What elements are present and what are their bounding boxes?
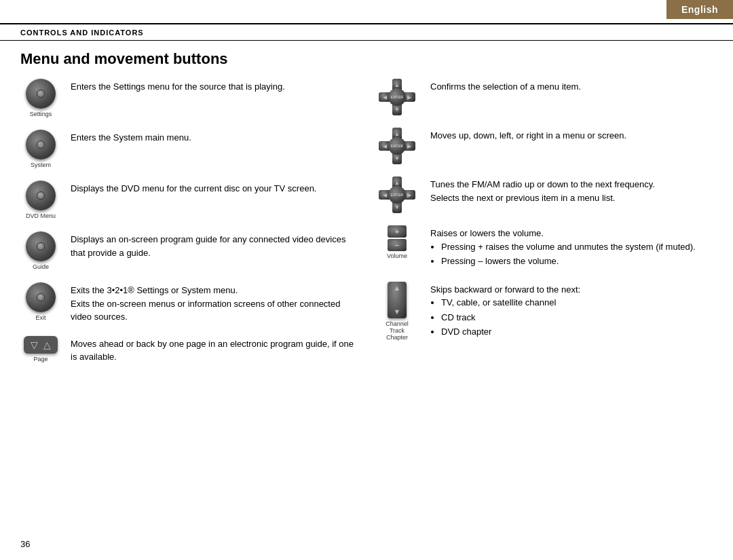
page-button-icon: ▽ △ — [24, 336, 58, 354]
list-item: ▲ ▼ ◀ ▶ ENTER Moves up, down, l — [373, 128, 713, 164]
system-button-icon — [26, 130, 56, 160]
nav-right-icon: ▶ — [407, 143, 411, 149]
nav-left-icon: ◀ — [383, 143, 387, 149]
exit-button-icon — [26, 282, 56, 312]
nav-enter-text: ENTER — [391, 144, 403, 148]
guide-label: Guide — [33, 263, 49, 270]
list-item: ▽ △ Page Moves ahead or back by one page… — [20, 336, 360, 364]
exit-desc-line1: Exits the 3•2•1® Settings or System menu… — [71, 285, 238, 295]
volume-label: Volume — [387, 253, 407, 259]
settings-button-icon — [26, 79, 56, 109]
enter-confirm-description: Confirms the selection of a menu item. — [430, 79, 713, 94]
settings-inner-dot — [37, 90, 45, 98]
tune-desc-line2: Selects the next or previous item in a m… — [430, 193, 615, 203]
exit-icon-area: Exit — [20, 282, 61, 321]
list-item: Guide Displays an on-screen program guid… — [20, 231, 360, 270]
page-description: Moves ahead or back by one page in an el… — [71, 336, 360, 364]
ctc-up-arrow-icon: ▲ — [394, 284, 401, 292]
section-title: Controls and Indicators — [20, 29, 144, 37]
left-arrow-icon: ◀ — [383, 94, 387, 100]
list-item: Settings Enters the Settings menu for th… — [20, 79, 360, 117]
nav-enter-center: ENTER — [388, 137, 406, 155]
list-item: + – Volume Raises or lowers the volume. … — [373, 225, 713, 269]
english-language-tab: English — [666, 0, 733, 19]
tune-button-icon: ▲ ▼ ◀ ▶ ENTER — [379, 176, 415, 213]
list-item: ▲ ▼ Channel Track Chapter Skips backward… — [373, 282, 713, 341]
dvd-menu-label: DVD Menu — [26, 212, 56, 219]
page-title: Menu and movement buttons — [20, 50, 713, 68]
exit-desc-line2: Exits the on-screen menus or information… — [71, 299, 340, 322]
ctc-bullet-2: CD track — [441, 311, 713, 324]
page-down-arrow-icon: ▽ — [31, 339, 38, 350]
ctc-icon-area: ▲ ▼ Channel Track Chapter — [373, 282, 421, 341]
content-area: Settings Enters the Settings menu for th… — [0, 79, 733, 376]
channel-track-chapter-button-icon: ▲ ▼ — [388, 282, 407, 318]
nav-down-icon: ▼ — [394, 155, 400, 162]
volume-description: Raises or lowers the volume. Pressing + … — [430, 225, 713, 269]
page-number: 36 — [20, 539, 30, 549]
enter-nav-button-icon: ▲ ▼ ◀ ▶ ENTER — [379, 128, 415, 164]
volume-minus-icon: – — [388, 239, 407, 251]
tune-right-icon: ▶ — [407, 192, 411, 198]
tune-icon-area: ▲ ▼ ◀ ▶ ENTER — [373, 176, 421, 213]
channel-label: Channel — [386, 320, 409, 327]
dvd-menu-icon-area: DVD Menu — [20, 181, 61, 219]
settings-description: Enters the Settings menu for the source … — [71, 79, 360, 94]
guide-inner-dot — [37, 242, 45, 250]
section-header: Controls and Indicators — [0, 23, 733, 41]
tune-center-dot: ENTER — [388, 186, 406, 204]
tune-down-icon: ▼ — [394, 204, 400, 210]
page-icon-area: ▽ △ Page — [20, 336, 61, 362]
dvd-menu-description: Displays the DVD menu for the current di… — [71, 181, 360, 195]
enter-confirm-icon-area: ▲ ▼ ◀ ▶ ENTER — [373, 79, 421, 115]
ctc-bullet-3: DVD chapter — [441, 325, 713, 339]
guide-description: Displays an on-screen program guide for … — [71, 231, 360, 259]
track-label: Track — [386, 327, 409, 334]
dvd-menu-button-icon — [26, 181, 56, 210]
enter-nav-icon-area: ▲ ▼ ◀ ▶ ENTER — [373, 128, 421, 164]
tune-left-icon: ◀ — [383, 192, 387, 198]
list-item: System Enters the System main menu. — [20, 130, 360, 168]
tune-center-text: ENTER — [391, 193, 403, 197]
up-arrow-icon: ▲ — [394, 82, 400, 88]
system-label: System — [31, 162, 51, 168]
left-column: Settings Enters the Settings menu for th… — [20, 79, 360, 376]
volume-plus-icon: + — [388, 225, 407, 238]
volume-bullet-list: Pressing + raises the volume and unmutes… — [430, 240, 713, 268]
volume-button-icon: + – — [388, 225, 407, 251]
enter-nav-description: Moves up, down, left, or right in a menu… — [430, 128, 713, 143]
page-btn-inner: ▽ △ — [24, 336, 58, 354]
dvd-inner-dot — [37, 191, 45, 200]
volume-bullet-1: Pressing + raises the volume and unmutes… — [441, 240, 713, 254]
system-description: Enters the System main menu. — [71, 130, 360, 145]
system-inner-dot — [37, 141, 45, 149]
volume-icon-area: + – Volume — [373, 225, 421, 259]
ctc-desc-main: Skips backward or forward to the next: — [430, 283, 713, 297]
list-item: DVD Menu Displays the DVD menu for the c… — [20, 181, 360, 219]
tune-up-icon: ▲ — [394, 180, 400, 186]
down-arrow-icon: ▼ — [394, 107, 400, 113]
settings-icon-area: Settings — [20, 79, 61, 117]
exit-inner-dot — [37, 293, 45, 301]
right-column: ▲ ▼ ◀ ▶ ENTER Confirms the sele — [373, 79, 713, 376]
exit-description: Exits the 3•2•1® Settings or System menu… — [71, 282, 360, 324]
list-item: ▲ ▼ ◀ ▶ ENTER Tunes th — [373, 176, 713, 213]
settings-label: Settings — [30, 111, 52, 117]
tune-desc-line1: Tunes the FM/AM radio up or down to the … — [430, 179, 655, 189]
page-up-arrow-icon: △ — [43, 339, 51, 350]
list-item: ▲ ▼ ◀ ▶ ENTER Confirms the sele — [373, 79, 713, 115]
list-item: Exit Exits the 3•2•1® Settings or System… — [20, 282, 360, 324]
exit-label: Exit — [35, 314, 45, 321]
guide-icon-area: Guide — [20, 231, 61, 270]
volume-bullet-2: Pressing – lowers the volume. — [441, 255, 713, 268]
guide-button-icon — [26, 231, 56, 261]
page-label: Page — [33, 356, 48, 362]
right-arrow-icon: ▶ — [407, 94, 411, 100]
enter-confirm-button-icon: ▲ ▼ ◀ ▶ ENTER — [379, 79, 415, 115]
ctc-bullet-list: TV, cable, or satellite channel CD track… — [430, 296, 713, 339]
nav-up-icon: ▲ — [394, 131, 400, 137]
chapter-label: Chapter — [386, 334, 409, 341]
ctc-description: Skips backward or forward to the next: T… — [430, 282, 713, 340]
volume-desc-main: Raises or lowers the volume. — [430, 227, 713, 240]
tune-description: Tunes the FM/AM radio up or down to the … — [430, 176, 713, 204]
